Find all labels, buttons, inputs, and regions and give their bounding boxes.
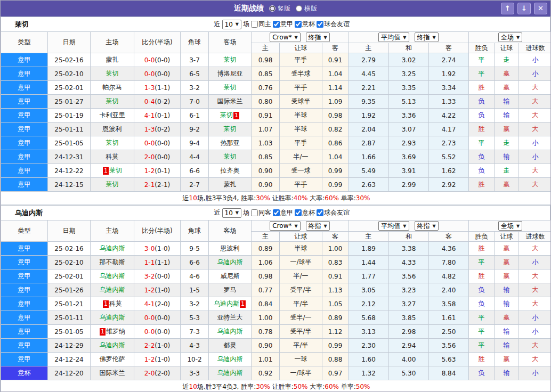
match-count-select[interactable]: 10▼: [222, 20, 241, 29]
away-team-cell[interactable]: 罗马: [209, 283, 252, 297]
away-team-cell[interactable]: 莱切: [209, 81, 252, 95]
rank-badge: 1: [100, 328, 106, 336]
same-venue-checkbox[interactable]: [251, 21, 258, 28]
home-team-cell[interactable]: 乌迪内斯: [91, 311, 134, 325]
away-team-cell[interactable]: 恩波利: [209, 242, 252, 256]
away-team-cell[interactable]: 乌迪内斯: [209, 366, 252, 380]
score-cell: 2-0(2-0): [134, 366, 181, 380]
home-team-cell[interactable]: 佛罗伦萨: [91, 353, 134, 366]
away-team-cell[interactable]: 莱切: [209, 150, 252, 164]
home-team-cell[interactable]: 莱切: [91, 67, 134, 81]
match-type-cell: 意甲: [1, 270, 48, 283]
match-count-select[interactable]: 10▼: [222, 208, 241, 218]
home-team-cell[interactable]: 莱切: [91, 136, 134, 150]
friendly-checkbox-label[interactable]: 球会友谊: [317, 208, 350, 217]
home-team-cell[interactable]: 国际米兰: [91, 366, 134, 380]
home-team-cell[interactable]: 乌迪内斯: [91, 270, 134, 283]
away-team-cell[interactable]: 乌迪内斯: [209, 325, 252, 339]
away-team-cell[interactable]: 都灵: [209, 339, 252, 353]
result-outcome-value: 胜: [469, 123, 495, 136]
away-team-cell[interactable]: 乌迪内斯: [209, 256, 252, 270]
friendly-checkbox[interactable]: [317, 21, 323, 28]
result-outcome-value: 平: [469, 339, 495, 353]
layout-vertical-radio-label[interactable]: 竖版: [269, 4, 290, 13]
period-select[interactable]: 全场▼: [498, 32, 522, 42]
home-team-cell[interactable]: 乌迪内斯: [91, 242, 134, 256]
same-venue-checkbox-label[interactable]: 同主: [251, 20, 271, 29]
result-handicap-value: 输: [495, 339, 519, 353]
serie-a-checkbox[interactable]: [273, 21, 280, 28]
home-team-cell[interactable]: 帕尔马: [91, 81, 134, 95]
bookmaker-select[interactable]: Crow*▼: [270, 32, 300, 42]
layout-horizontal-radio-label[interactable]: 横版: [296, 4, 317, 13]
move-up-button[interactable]: ↑: [501, 3, 514, 14]
same-venue-checkbox-label[interactable]: 同客: [251, 208, 271, 217]
serie-a-checkbox[interactable]: [273, 209, 280, 216]
away-team-cell[interactable]: 蒙扎: [209, 178, 252, 192]
home-team-cell[interactable]: 1维罗纳: [91, 325, 134, 339]
away-team-cell[interactable]: 乌迪内斯1: [209, 297, 252, 311]
home-team-cell[interactable]: 莱切: [91, 95, 134, 109]
period-select[interactable]: 全场▼: [498, 221, 522, 231]
avg-draw-value: 3.56: [389, 270, 429, 283]
layout-vertical-radio[interactable]: [269, 5, 276, 12]
same-venue-checkbox[interactable]: [251, 209, 258, 216]
away-team-cell[interactable]: 热那亚: [209, 136, 252, 150]
chevron-down-icon: ▼: [516, 224, 520, 228]
home-team-cell[interactable]: 乌迪内斯: [91, 339, 134, 353]
odds-handicap-line: 受一球: [280, 164, 322, 178]
coppa-checkbox[interactable]: [295, 21, 302, 28]
away-team-cell[interactable]: 乌迪内斯: [209, 353, 252, 366]
home-team-cell[interactable]: 蒙扎: [91, 53, 134, 67]
layout-horizontal-radio[interactable]: [296, 5, 302, 12]
halftime-score: (1-0): [155, 245, 170, 252]
odds-handicap-line: 受半球: [280, 67, 322, 81]
home-team-cell[interactable]: 科莫: [91, 150, 134, 164]
score-cell: 1-2(0-1): [134, 164, 181, 178]
avg-home-value: 2.12: [349, 297, 389, 311]
halftime-score: (1-1): [155, 84, 170, 92]
serie-a-checkbox-label[interactable]: 意甲: [273, 208, 293, 217]
home-team-cell[interactable]: 1科莫: [91, 297, 134, 311]
summary-part: 60%: [325, 383, 339, 390]
chevron-down-icon: ▼: [433, 224, 436, 228]
coppa-checkbox-label[interactable]: 意杯: [295, 20, 315, 29]
match-type-cell: 意甲: [1, 297, 48, 311]
away-team-cell[interactable]: 国际米兰: [209, 95, 252, 109]
score-cell: 2-0(0-0): [134, 150, 181, 164]
home-team-cell[interactable]: 恩波利: [91, 123, 134, 136]
odds-home-value: 0.85: [252, 150, 280, 164]
average-select[interactable]: 平均值▼: [378, 32, 409, 42]
away-team-cell[interactable]: 亚特兰大: [209, 311, 252, 325]
halftime-score: (0-0): [155, 70, 170, 78]
away-team-cell[interactable]: 莱切: [209, 53, 252, 67]
home-team-cell[interactable]: 卡利亚里: [91, 109, 134, 123]
home-team-cell[interactable]: 1莱切: [91, 164, 134, 178]
away-team-cell[interactable]: 拉齐奥: [209, 164, 252, 178]
odds-time-select[interactable]: 终指▼: [306, 221, 330, 231]
home-team-cell[interactable]: 乌迪内斯: [91, 283, 134, 297]
home-team-name: 乌迪内斯: [100, 286, 125, 293]
result-goals-value: 大: [519, 178, 551, 192]
away-team-cell[interactable]: 莱切: [209, 123, 252, 136]
avg-time-select[interactable]: 终指▼: [415, 221, 439, 231]
move-down-button[interactable]: ↓: [517, 3, 531, 14]
home-team-cell[interactable]: 那不勒斯: [91, 256, 134, 270]
bookmaker-select[interactable]: Crow*▼: [270, 221, 300, 231]
serie-a-checkbox-label[interactable]: 意甲: [273, 20, 293, 29]
avg-time-select[interactable]: 终指▼: [415, 32, 439, 42]
close-button[interactable]: ✕: [534, 3, 547, 14]
home-team-cell[interactable]: 莱切: [91, 178, 134, 192]
coppa-checkbox-label[interactable]: 意杯: [295, 208, 315, 217]
coppa-checkbox[interactable]: [295, 209, 302, 216]
average-select[interactable]: 平均值▼: [378, 221, 409, 231]
odds-time-select[interactable]: 终指▼: [306, 32, 330, 42]
avg-draw-value: 3.36: [389, 109, 429, 123]
odds-handicap-line: 受半/一: [280, 311, 322, 325]
away-team-cell[interactable]: 莱切1: [209, 109, 252, 123]
home-team-name: 佛罗伦萨: [100, 355, 125, 363]
away-team-cell[interactable]: 威尼斯: [209, 270, 252, 283]
away-team-cell[interactable]: 博洛尼亚: [209, 67, 252, 81]
friendly-checkbox[interactable]: [317, 209, 323, 216]
friendly-checkbox-label[interactable]: 球会友谊: [317, 20, 350, 29]
